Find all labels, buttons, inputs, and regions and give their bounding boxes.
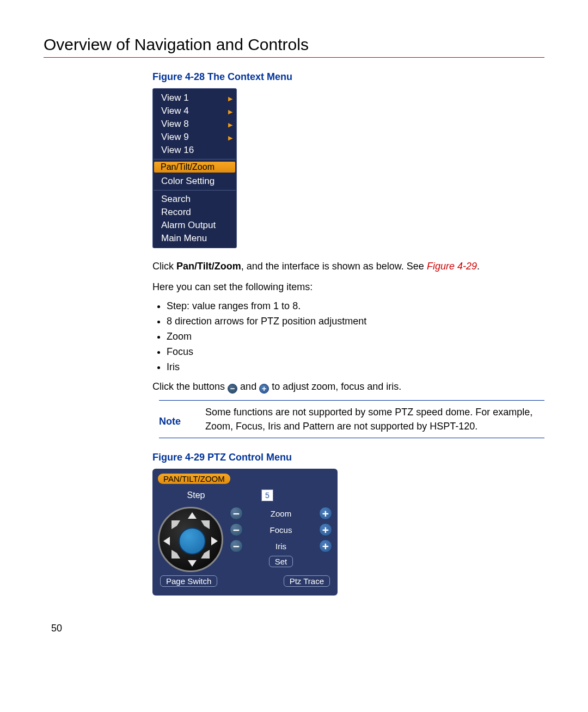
ptz-panel: PAN/TILT/ZOOM Step 5 − Zoom + bbox=[152, 469, 338, 596]
menu-item-view9[interactable]: View 9▶ bbox=[154, 131, 236, 144]
submenu-arrow-icon: ▶ bbox=[228, 121, 232, 128]
focus-plus-button[interactable]: + bbox=[319, 523, 332, 536]
iris-plus-button[interactable]: + bbox=[319, 539, 332, 553]
submenu-arrow-icon: ▶ bbox=[228, 95, 232, 102]
page-number: 50 bbox=[51, 623, 544, 634]
arrow-left-icon[interactable] bbox=[163, 537, 170, 545]
zoom-label: Zoom bbox=[247, 509, 315, 518]
bullet-iris: Iris bbox=[167, 361, 544, 373]
arrow-up-left-icon[interactable] bbox=[171, 520, 180, 529]
menu-item-main-menu[interactable]: Main Menu bbox=[154, 232, 236, 245]
menu-item-alarm-output[interactable]: Alarm Output bbox=[154, 219, 236, 232]
ptz-title: PAN/TILT/ZOOM bbox=[158, 474, 230, 484]
menu-item-pan-tilt-zoom[interactable]: Pan/Tilt/Zoom bbox=[154, 162, 235, 173]
arrow-down-right-icon[interactable] bbox=[201, 550, 210, 558]
menu-item-view1[interactable]: View 1▶ bbox=[154, 91, 236, 105]
intro-paragraph: Click Pan/Tilt/Zoom, and the interface i… bbox=[152, 259, 544, 273]
direction-pad bbox=[158, 507, 223, 572]
iris-label: Iris bbox=[247, 542, 315, 551]
bullet-zoom: Zoom bbox=[167, 331, 544, 342]
menu-item-view4[interactable]: View 4▶ bbox=[154, 105, 236, 118]
step-input[interactable]: 5 bbox=[261, 489, 273, 501]
menu-item-search[interactable]: Search bbox=[154, 193, 236, 206]
note-block: Note Some functions are not supported by… bbox=[159, 400, 544, 438]
focus-label: Focus bbox=[247, 525, 315, 535]
menu-item-color-setting[interactable]: Color Setting bbox=[154, 175, 236, 188]
focus-minus-button[interactable]: − bbox=[230, 523, 243, 536]
menu-item-view16[interactable]: View 16 bbox=[154, 144, 236, 157]
page-title: Overview of Navigation and Controls bbox=[44, 35, 544, 54]
page-switch-button[interactable]: Page Switch bbox=[160, 575, 217, 587]
plus-icon: + bbox=[259, 384, 269, 394]
arrow-up-icon[interactable] bbox=[188, 512, 197, 519]
arrow-down-left-icon[interactable] bbox=[171, 550, 180, 558]
arrow-down-icon[interactable] bbox=[188, 560, 197, 567]
note-label: Note bbox=[159, 405, 205, 433]
arrow-right-icon[interactable] bbox=[211, 537, 218, 545]
menu-item-record[interactable]: Record bbox=[154, 206, 236, 219]
note-text: Some functions are not supported by some… bbox=[205, 405, 544, 433]
feature-bullets: Step: value ranges from 1 to 8. 8 direct… bbox=[152, 300, 544, 373]
figure-29-ref[interactable]: Figure 4-29 bbox=[427, 261, 477, 272]
arrow-up-right-icon[interactable] bbox=[201, 520, 210, 529]
title-rule bbox=[44, 57, 544, 58]
step-label: Step bbox=[158, 490, 234, 500]
bullet-arrows: 8 direction arrows for PTZ position adju… bbox=[167, 316, 544, 327]
set-intro: Here you can set the following items: bbox=[152, 280, 544, 294]
figure-28-caption: Figure 4-28 The Context Menu bbox=[152, 71, 544, 83]
figure-29-caption: Figure 4-29 PTZ Control Menu bbox=[152, 452, 544, 463]
minus-icon: − bbox=[228, 384, 237, 394]
zoom-minus-button[interactable]: − bbox=[230, 507, 243, 520]
context-menu: View 1▶ View 4▶ View 8▶ View 9▶ View 16 … bbox=[152, 88, 237, 248]
menu-item-view8[interactable]: View 8▶ bbox=[154, 118, 236, 131]
submenu-arrow-icon: ▶ bbox=[228, 134, 232, 142]
set-button[interactable]: Set bbox=[269, 556, 293, 567]
bullet-step: Step: value ranges from 1 to 8. bbox=[167, 300, 544, 312]
submenu-arrow-icon: ▶ bbox=[228, 108, 232, 115]
zoom-plus-button[interactable]: + bbox=[319, 507, 332, 520]
iris-minus-button[interactable]: − bbox=[230, 539, 243, 553]
click-buttons-paragraph: Click the buttons − and + to adjust zoom… bbox=[152, 379, 544, 394]
bullet-focus: Focus bbox=[167, 346, 544, 358]
ptz-trace-button[interactable]: Ptz Trace bbox=[284, 575, 330, 587]
